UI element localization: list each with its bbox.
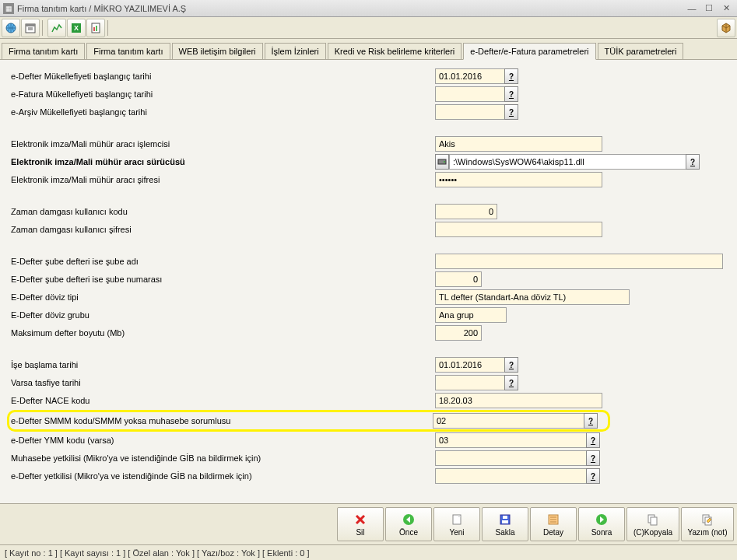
input-sube-adi[interactable] <box>435 254 723 269</box>
svg-rect-17 <box>503 516 507 519</box>
help-btn[interactable]: ? <box>586 468 600 484</box>
label-zaman-kod: Zaman damgası kullanıcı kodu <box>11 207 435 216</box>
svg-rect-9 <box>96 26 97 31</box>
label-imza-surucu: Elektronik imza/Mali mühür aracı sürücüs… <box>11 157 435 166</box>
input-imza-sifre[interactable] <box>435 172 602 187</box>
tab-edefter[interactable]: e-Defter/e-Fatura parametreleri <box>463 43 595 60</box>
help-btn[interactable]: ? <box>504 104 518 120</box>
input-doviz-grup[interactable] <box>435 307 507 323</box>
input-muhasebe-yetki[interactable] <box>435 450 587 466</box>
tool-cube-icon[interactable] <box>717 19 735 37</box>
label-efatura-start: e-Fatura Mükellefiyeti başlangıç tarihi <box>11 89 435 99</box>
toolbar-separator <box>42 20 45 36</box>
input-smmm[interactable] <box>433 413 584 429</box>
label-edefter-start: e-Defter Mükellefiyeti başlangıç tarihi <box>11 72 435 81</box>
tool-report-icon[interactable] <box>86 19 105 37</box>
svg-rect-25 <box>651 517 657 525</box>
titlebar: ▦ Firma tanıtım kartı / MİKRO YAZILIMEVİ… <box>0 0 737 17</box>
save-icon <box>499 513 511 527</box>
new-icon <box>451 513 463 527</box>
tool-chart-icon[interactable] <box>47 19 66 37</box>
input-earsiv-start[interactable] <box>435 104 505 120</box>
help-btn[interactable]: ? <box>504 357 518 373</box>
input-zaman-sifre[interactable] <box>435 222 602 237</box>
help-btn[interactable]: ? <box>504 86 518 102</box>
delete-icon <box>354 513 367 527</box>
btn-sakla[interactable]: Sakla <box>482 507 528 541</box>
minimize-button[interactable]: — <box>684 2 700 15</box>
label-smmm: e-Defter SMMM kodu/SMMM yoksa muhasebe s… <box>11 416 433 425</box>
tool-calendar-icon[interactable] <box>21 19 40 37</box>
statusbar: [ Kayıt no : 1 ] [ Kayıt sayısı : 1 ] [ … <box>0 544 737 560</box>
next-icon <box>595 513 608 527</box>
label-imza-islemci: Elektronik imza/Mali mühür aracı işlemci… <box>11 139 435 149</box>
toolbar-separator <box>107 20 111 36</box>
svg-rect-2 <box>26 24 35 26</box>
app-icon: ▦ <box>3 3 14 14</box>
label-doviz-grup: E-Defter döviz grubu <box>11 310 435 320</box>
label-muhasebe-yetki: Muhasebe yetkilisi (Mikro'ya ve istendiğ… <box>11 453 435 463</box>
btn-sonra[interactable]: Sonra <box>578 507 625 541</box>
tabs: Firma tanıtım kartı Firma tanıtım kartı … <box>0 39 737 59</box>
label-is-baslama: İşe başlama tarihi <box>11 360 435 369</box>
tab-firma-2[interactable]: Firma tanıtım kartı <box>86 43 170 60</box>
label-imza-sifre: Elektronik imza/Mali mühür aracı şifresi <box>11 175 435 184</box>
close-button[interactable]: ✕ <box>718 2 734 15</box>
tab-firma-1[interactable]: Firma tanıtım kartı <box>2 43 85 60</box>
btn-yazim[interactable]: Yazım (not) <box>681 507 734 541</box>
input-max-boyut[interactable] <box>435 325 482 341</box>
copy-icon <box>647 513 659 527</box>
label-doviz-tipi: E-Defter döviz tipi <box>11 292 435 302</box>
label-nace: E-Defter NACE kodu <box>11 396 435 405</box>
svg-text:X: X <box>74 24 79 32</box>
btn-detay[interactable]: Detay <box>530 507 577 541</box>
input-efatura-start[interactable] <box>435 86 505 102</box>
input-tasfiye[interactable] <box>435 375 505 390</box>
tab-islem[interactable]: İşlem İzinleri <box>265 43 326 60</box>
input-edefter-yetki[interactable] <box>435 468 587 484</box>
input-ymm[interactable] <box>435 432 587 448</box>
help-btn[interactable]: ? <box>586 450 600 466</box>
maximize-button[interactable]: ☐ <box>701 2 717 15</box>
tool-excel-icon[interactable]: X <box>67 19 86 37</box>
status-text: [ Kayıt no : 1 ] [ Kayıt sayısı : 1 ] [ … <box>5 548 310 558</box>
input-is-baslama[interactable] <box>435 357 505 373</box>
input-nace[interactable] <box>435 393 602 408</box>
btn-sil[interactable]: Sil <box>337 507 384 541</box>
help-btn[interactable]: ? <box>504 375 518 390</box>
tab-tuik[interactable]: TÜİK parametreleri <box>598 43 684 60</box>
prev-icon <box>402 513 415 527</box>
help-btn[interactable]: ? <box>686 154 700 170</box>
input-imza-islemci[interactable] <box>435 136 602 152</box>
help-btn[interactable]: ? <box>584 413 598 429</box>
input-sube-no[interactable] <box>435 271 482 287</box>
window-title: Firma tanıtım kartı / MİKRO YAZILIMEVİ A… <box>17 4 684 13</box>
label-sube-adi: E-Defter şube defteri ise şube adı <box>11 257 435 266</box>
form-panel: e-Defter Mükellefiyeti başlangıç tarihi?… <box>0 59 737 503</box>
tool-globe-icon[interactable] <box>2 19 20 37</box>
label-zaman-sifre: Zaman damgası kullanıcı şifresi <box>11 225 435 234</box>
svg-rect-8 <box>93 27 95 31</box>
btn-once[interactable]: Önce <box>385 507 432 541</box>
drive-icon[interactable] <box>435 154 449 170</box>
input-zaman-kod[interactable] <box>435 204 497 219</box>
label-max-boyut: Maksimum defter boyutu (Mb) <box>11 328 435 338</box>
label-tasfiye: Varsa tasfiye tarihi <box>11 378 435 387</box>
label-sube-no: E-Defter şube defteri ise şube numarası <box>11 275 435 284</box>
help-btn[interactable]: ? <box>586 432 600 448</box>
svg-rect-18 <box>502 520 508 523</box>
tab-kredi[interactable]: Kredi ve Risk belirleme kriterleri <box>328 43 462 60</box>
tab-web[interactable]: WEB iletişim bilgileri <box>172 43 263 60</box>
help-btn[interactable]: ? <box>504 68 518 84</box>
btn-yeni[interactable]: Yeni <box>433 507 480 541</box>
input-doviz-tipi[interactable] <box>435 289 630 305</box>
note-icon <box>701 513 714 527</box>
label-edefter-yetki: e-Defter yetkilisi (Mikro'ya ve istendiğ… <box>11 471 435 481</box>
svg-point-11 <box>444 161 445 163</box>
btn-kopyala[interactable]: (C)Kopyala <box>626 507 679 541</box>
input-edefter-start[interactable] <box>435 68 505 84</box>
toolbar: X <box>0 17 737 39</box>
highlight-smmm: e-Defter SMMM kodu/SMMM yoksa muhasebe s… <box>7 410 610 432</box>
detail-icon <box>547 513 560 527</box>
input-imza-surucu[interactable] <box>449 154 686 170</box>
